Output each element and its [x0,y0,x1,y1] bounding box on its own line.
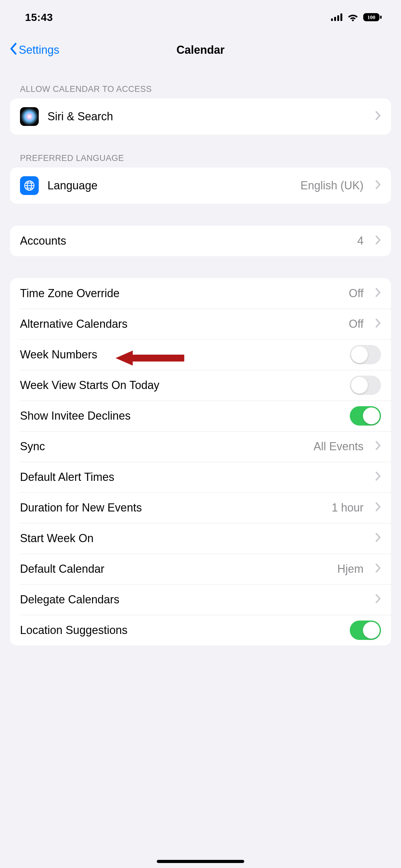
row-show-invitee-declines: Show Invitee Declines [10,401,391,431]
svg-rect-6 [380,16,381,19]
row-accounts[interactable]: Accounts 4 [10,226,391,256]
chevron-right-icon [375,594,381,606]
row-delegate-calendars[interactable]: Delegate Calendars [10,584,391,615]
wifi-icon [347,13,359,21]
row-label: Default Calendar [20,562,329,576]
chevron-right-icon [375,532,381,545]
back-label: Settings [19,43,59,57]
row-detail: Off [349,287,364,300]
row-label: Language [47,179,292,192]
row-location-suggestions: Location Suggestions [10,615,391,646]
group-settings: Time Zone Override Off Alternative Calen… [10,278,391,646]
row-label: Alternative Calendars [20,317,340,331]
row-detail: English (UK) [300,179,364,192]
chevron-right-icon [375,318,381,330]
row-detail: Off [349,317,364,331]
chevron-right-icon [375,563,381,575]
back-button[interactable]: Settings [9,42,59,58]
group-accounts: Accounts 4 [10,226,391,256]
section-header-access: ALLOW CALENDAR TO ACCESS [0,66,401,98]
row-detail: 4 [357,234,364,247]
chevron-right-icon [375,440,381,453]
svg-rect-0 [331,19,333,21]
home-indicator [157,860,244,863]
toggle-week-numbers[interactable] [350,345,381,364]
row-sync[interactable]: Sync All Events [10,431,391,462]
row-label: Start Week On [20,532,364,545]
content: ALLOW CALENDAR TO ACCESS Siri & Search P… [0,66,401,658]
row-language[interactable]: Language English (UK) [10,167,391,204]
group-language: Language English (UK) [10,167,391,204]
row-default-calendar[interactable]: Default Calendar Hjem [10,554,391,584]
row-detail: All Events [313,440,364,453]
nav-bar: Settings Calendar [0,34,401,66]
chevron-right-icon [375,235,381,247]
row-label: Sync [20,440,305,453]
svg-rect-1 [334,17,336,21]
svg-rect-3 [340,13,342,21]
row-label: Delegate Calendars [20,593,364,606]
globe-icon [20,176,39,195]
row-label: Location Suggestions [20,624,341,637]
row-label: Time Zone Override [20,287,340,300]
row-label: Siri & Search [47,110,364,123]
row-detail: Hjem [337,562,364,576]
row-detail: 1 hour [332,501,364,514]
row-week-view-starts-today: Week View Starts On Today [10,370,391,401]
row-label: Week Numbers [20,348,341,361]
status-indicators: 100 [331,13,382,22]
group-access: Siri & Search [10,98,391,135]
toggle-week-view-starts-today[interactable] [350,376,381,395]
cellular-icon [331,13,343,21]
row-label: Week View Starts On Today [20,379,341,392]
row-label: Default Alert Times [20,470,364,484]
chevron-right-icon [375,180,381,192]
row-label: Accounts [20,234,348,247]
svg-rect-2 [337,15,339,21]
chevron-right-icon [375,287,381,300]
battery-icon: 100 [363,13,382,22]
chevron-right-icon [375,502,381,514]
chevron-right-icon [375,111,381,123]
svg-point-4 [352,19,354,21]
chevron-right-icon [375,471,381,484]
siri-icon [20,107,39,126]
section-header-language: PREFERRED LANGUAGE [0,135,401,167]
page-title: Calendar [0,43,401,57]
row-week-numbers: Week Numbers [10,339,391,370]
row-default-alert-times[interactable]: Default Alert Times [10,462,391,492]
svg-text:100: 100 [367,14,375,20]
row-siri-search[interactable]: Siri & Search [10,98,391,135]
toggle-location-suggestions[interactable] [350,621,381,640]
toggle-show-invitee-declines[interactable] [350,406,381,426]
status-time: 15:43 [25,11,53,24]
row-label: Show Invitee Declines [20,409,341,423]
row-duration-new-events[interactable]: Duration for New Events 1 hour [10,492,391,523]
chevron-left-icon [9,42,17,58]
status-bar: 15:43 100 [0,0,401,34]
row-timezone-override[interactable]: Time Zone Override Off [10,278,391,309]
row-alternative-calendars[interactable]: Alternative Calendars Off [10,309,391,339]
row-label: Duration for New Events [20,501,323,514]
row-start-week-on[interactable]: Start Week On [10,523,391,554]
